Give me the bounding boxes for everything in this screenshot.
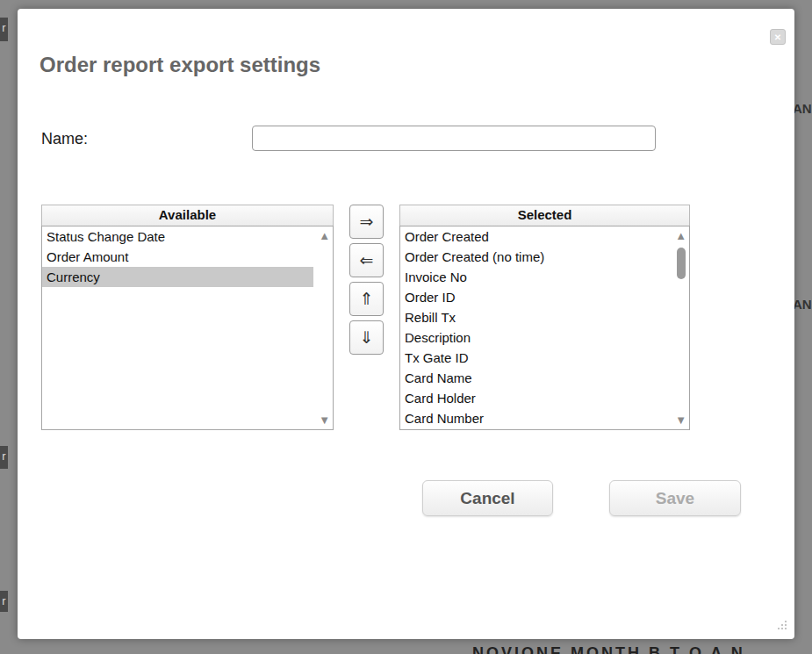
list-item[interactable]: Currency: [42, 267, 313, 287]
double-arrow-left-icon: ⇐: [360, 251, 374, 270]
name-input[interactable]: [252, 126, 656, 151]
list-item[interactable]: Order Created: [400, 226, 670, 247]
move-down-button[interactable]: ⇓: [349, 320, 384, 355]
background-tab-fragment: r: [0, 18, 8, 41]
cancel-button[interactable]: Cancel: [422, 480, 553, 516]
list-item[interactable]: Card Holder: [400, 388, 670, 408]
list-item[interactable]: Description: [400, 327, 670, 348]
close-button[interactable]: ✕: [770, 29, 786, 45]
save-button[interactable]: Save: [609, 480, 741, 516]
selected-header: Selected: [399, 205, 690, 226]
list-item[interactable]: Tx Gate ID: [400, 348, 670, 368]
available-listbox: Available ▲ ▼ Status Change DateOrder Am…: [41, 205, 334, 430]
scroll-down-icon[interactable]: ▼: [319, 414, 330, 426]
move-right-button[interactable]: ⇒: [349, 205, 384, 239]
selected-listbox: Selected ▲ ▼ Order CreatedOrder Created …: [399, 205, 690, 430]
available-header: Available: [41, 205, 334, 226]
screen-background: r r r AN AN NOVIONE MONTH B T O A N ✕ Or…: [0, 0, 812, 654]
move-up-button[interactable]: ⇑: [349, 282, 384, 316]
list-item[interactable]: Card Name: [400, 368, 670, 388]
double-arrow-up-icon: ⇑: [360, 290, 374, 308]
list-item[interactable]: Order ID: [400, 287, 670, 307]
double-arrow-right-icon: ⇒: [360, 212, 374, 231]
background-text-fragment: AN: [793, 297, 812, 312]
list-item[interactable]: Status Change Date: [42, 226, 313, 247]
list-item[interactable]: Rebill Tx: [400, 307, 670, 327]
resize-grip-icon[interactable]: [776, 619, 787, 630]
double-arrow-down-icon: ⇓: [360, 328, 374, 347]
background-tab-fragment: r: [0, 591, 8, 612]
close-icon: ✕: [774, 32, 781, 42]
background-text-fragment: NOVIONE MONTH B T O A N: [472, 643, 745, 654]
list-item[interactable]: Order Amount: [42, 247, 313, 267]
list-item[interactable]: Invoice No: [400, 267, 670, 287]
transfer-button-group: ⇒ ⇐ ⇑ ⇓: [349, 205, 384, 355]
scroll-up-icon[interactable]: ▲: [675, 230, 686, 241]
name-label: Name:: [41, 130, 88, 148]
background-tab-fragment: r: [0, 446, 8, 469]
available-list[interactable]: ▲ ▼ Status Change DateOrder AmountCurren…: [41, 226, 334, 430]
list-item[interactable]: Order Created (no time): [400, 247, 670, 267]
scroll-up-icon[interactable]: ▲: [319, 230, 330, 241]
selected-list[interactable]: ▲ ▼ Order CreatedOrder Created (no time)…: [399, 226, 690, 430]
move-left-button[interactable]: ⇐: [349, 243, 384, 277]
background-text-fragment: AN: [793, 101, 812, 116]
list-item[interactable]: Card Number: [400, 408, 670, 428]
scrollbar-thumb[interactable]: [677, 248, 686, 279]
scroll-down-icon[interactable]: ▼: [675, 414, 686, 426]
dialog-title: Order report export settings: [40, 53, 320, 77]
order-report-export-dialog: ✕ Order report export settings Name: Ava…: [18, 9, 794, 639]
